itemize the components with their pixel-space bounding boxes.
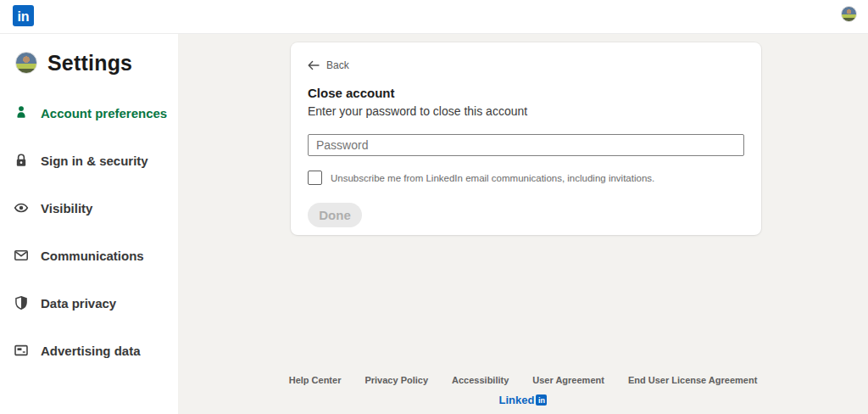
done-button[interactable]: Done <box>308 203 362 227</box>
footer-link-privacy-policy[interactable]: Privacy Policy <box>364 375 428 385</box>
back-label: Back <box>326 59 349 71</box>
profile-avatar[interactable] <box>841 6 857 22</box>
sidebar-item-data-privacy[interactable]: Data privacy <box>0 279 178 327</box>
page-title: Settings <box>47 51 132 76</box>
footer-link-accessibility[interactable]: Accessibility <box>452 375 509 385</box>
footer-logo-word: Linked <box>499 394 535 406</box>
sidebar-item-advertising-data[interactable]: Advertising data <box>0 327 178 374</box>
linkedin-footer-logo[interactable]: Linked in <box>499 394 548 406</box>
footer-in-logo-icon: in <box>536 394 547 406</box>
sidebar-item-label: Account preferences <box>41 106 167 120</box>
linkedin-logo-icon[interactable]: in <box>13 5 34 26</box>
page-footer: Help Center Privacy Policy Accessibility… <box>178 375 868 406</box>
back-button[interactable]: Back <box>308 59 349 71</box>
close-account-card: Back Close account Enter your password t… <box>291 42 761 235</box>
unsubscribe-checkbox[interactable] <box>308 171 322 185</box>
user-avatar <box>15 52 37 74</box>
settings-sidebar: Settings Account preferences Sign in & s… <box>0 34 178 414</box>
eye-icon <box>14 200 29 215</box>
footer-links: Help Center Privacy Policy Accessibility… <box>289 375 758 385</box>
sidebar-item-label: Data privacy <box>41 296 116 310</box>
sidebar-menu: Account preferences Sign in & security V… <box>0 89 178 374</box>
sidebar-item-label: Advertising data <box>41 344 141 358</box>
sidebar-item-visibility[interactable]: Visibility <box>0 184 178 232</box>
unsubscribe-label[interactable]: Unsubscribe me from LinkedIn email commu… <box>331 173 654 183</box>
footer-link-user-agreement[interactable]: User Agreement <box>532 375 604 385</box>
sidebar-item-label: Visibility <box>41 201 92 215</box>
sidebar-item-label: Communications <box>41 249 144 263</box>
sidebar-item-account-preferences[interactable]: Account preferences <box>0 89 178 137</box>
shield-icon <box>14 295 29 310</box>
back-arrow-icon <box>308 60 320 70</box>
lock-icon <box>14 153 29 168</box>
sidebar-item-label: Sign in & security <box>41 154 148 168</box>
unsubscribe-row: Unsubscribe me from LinkedIn email commu… <box>308 171 744 185</box>
sidebar-header: Settings <box>0 34 178 76</box>
password-input[interactable] <box>308 134 744 156</box>
card-title: Close account <box>308 86 744 100</box>
card-subtitle: Enter your password to close this accoun… <box>308 104 744 118</box>
person-icon <box>14 105 29 120</box>
ad-card-icon <box>14 343 29 358</box>
sidebar-item-communications[interactable]: Communications <box>0 232 178 279</box>
envelope-icon <box>14 248 29 263</box>
top-bar: in <box>0 0 868 34</box>
footer-link-help-center[interactable]: Help Center <box>289 375 342 385</box>
sidebar-item-sign-in-security[interactable]: Sign in & security <box>0 137 178 184</box>
footer-link-eula[interactable]: End User License Agreement <box>628 375 757 385</box>
